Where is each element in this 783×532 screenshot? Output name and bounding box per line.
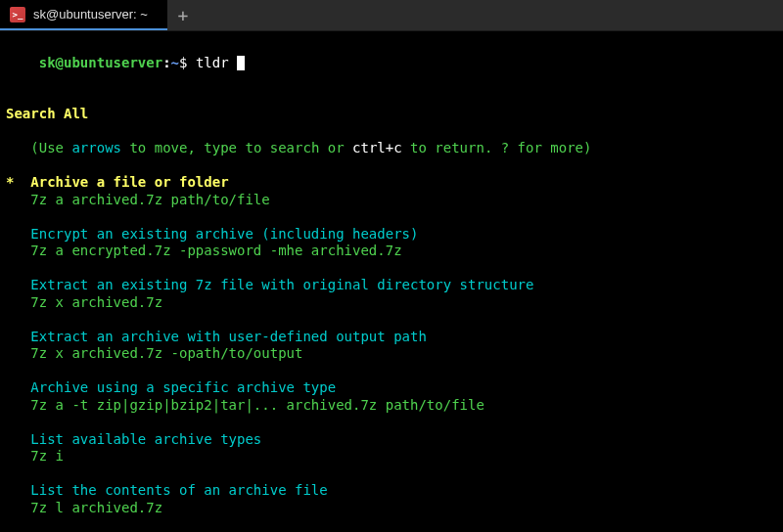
new-tab-button[interactable]: + bbox=[167, 0, 199, 30]
entry-cmd: 7z a encrypted.7z -ppassword -mhe archiv… bbox=[30, 243, 777, 260]
hint-arrows: arrows bbox=[64, 140, 121, 155]
entry-cmd: 7z x archived.7z -opath/to/output bbox=[30, 345, 777, 363]
entry-cmd: 7z l archived.7z bbox=[30, 500, 777, 517]
entry-cmd: 7z x archived.7z bbox=[30, 294, 777, 312]
hint-mid2: to return. ? for more) bbox=[402, 140, 592, 155]
prompt-colon: : bbox=[162, 55, 170, 70]
search-heading: Search All bbox=[6, 106, 777, 123]
entry-desc: Archive a file or folder bbox=[30, 174, 228, 190]
cursor bbox=[237, 56, 245, 70]
terminal-viewport[interactable]: sk@ubuntuserver:~$ tldr Search All (Use … bbox=[0, 31, 783, 532]
titlebar: >_ sk@ubuntuserver: ~ + bbox=[0, 0, 783, 31]
entry-desc[interactable]: Archive using a specific archive type bbox=[30, 379, 777, 397]
prompt-cwd: ~ bbox=[171, 55, 179, 70]
entry-list: * Archive a file or folder7z a archived.… bbox=[6, 174, 777, 532]
prompt-line: sk@ubuntuserver:~$ tldr bbox=[6, 37, 777, 89]
entry-desc[interactable]: Extract an archive with user-defined out… bbox=[30, 329, 777, 346]
help-hint: (Use arrows to move, type to search or c… bbox=[30, 140, 777, 157]
entry-cmd: 7z a archived.7z path/to/file bbox=[30, 192, 777, 209]
prompt-command: tldr bbox=[196, 55, 229, 70]
tab-terminal[interactable]: >_ sk@ubuntuserver: ~ bbox=[0, 0, 167, 30]
tab-title: sk@ubuntuserver: ~ bbox=[33, 7, 148, 22]
hint-mid1: to move, type to search or bbox=[121, 140, 345, 155]
terminal-icon: >_ bbox=[10, 7, 25, 22]
hint-ctrlc: ctrl+c bbox=[345, 140, 402, 155]
entry-cmd: 7z a -t zip|gzip|bzip2|tar|... archived.… bbox=[30, 397, 777, 415]
entry-desc[interactable]: Encrypt an existing archive (including h… bbox=[30, 226, 777, 244]
entry-desc-row[interactable]: * Archive a file or folder bbox=[6, 174, 777, 192]
entry-cmd: 7z i bbox=[30, 448, 777, 466]
entry-desc[interactable]: Extract an existing 7z file with origina… bbox=[30, 277, 777, 294]
prompt-userhost: sk@ubuntuserver bbox=[39, 55, 162, 70]
hint-prefix: (Use bbox=[30, 140, 64, 155]
entry-desc[interactable]: List the contents of an archive file bbox=[30, 482, 777, 500]
entry-desc[interactable]: List available archive types bbox=[30, 431, 777, 449]
